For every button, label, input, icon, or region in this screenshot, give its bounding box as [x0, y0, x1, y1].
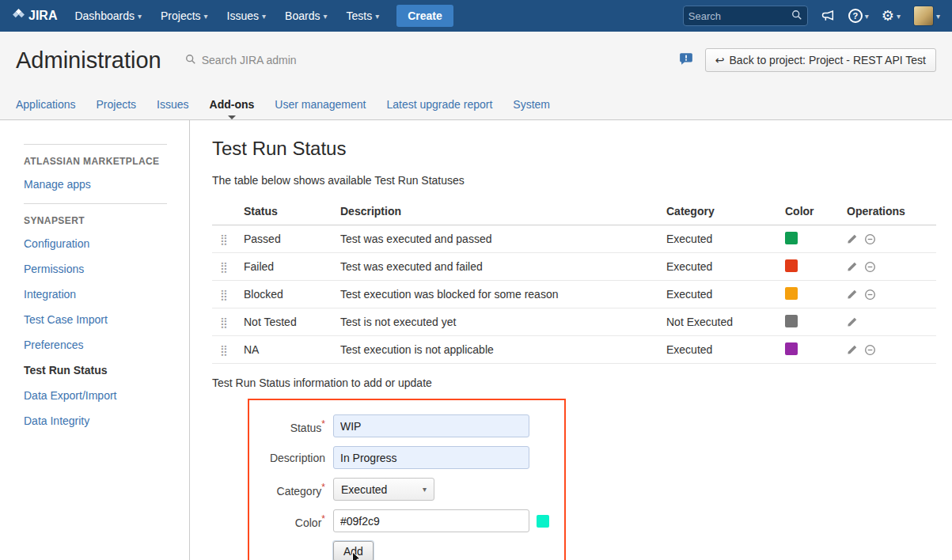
- tab-latest-upgrade-report[interactable]: Latest upgrade report: [386, 89, 492, 119]
- sidebar-item-integration[interactable]: Integration: [24, 288, 167, 301]
- search-icon: [185, 54, 196, 67]
- menu-boards[interactable]: Boards▾: [285, 9, 327, 22]
- jira-brand-label: JIRA: [28, 9, 57, 23]
- chevron-down-icon: ▾: [262, 12, 266, 21]
- edit-icon[interactable]: [847, 289, 858, 300]
- required-mark: *: [321, 418, 325, 429]
- add-button[interactable]: Add: [333, 541, 374, 560]
- jira-logo-icon: [12, 8, 25, 25]
- announcement-icon[interactable]: [821, 9, 836, 23]
- admin-tabs: Applications Projects Issues Add-ons Use…: [0, 89, 952, 120]
- color-preview-swatch[interactable]: [537, 515, 549, 528]
- description-cell: Test was executed and passed: [340, 233, 666, 245]
- sidebar-item-configuration[interactable]: Configuration: [24, 237, 167, 250]
- description-cell: Test was executed and failed: [340, 260, 666, 273]
- settings-menu[interactable]: ⚙ ▾: [882, 9, 901, 23]
- color-field-label: Color*: [249, 513, 325, 529]
- required-mark: *: [321, 482, 325, 493]
- drag-handle-icon[interactable]: ⣿: [212, 316, 244, 328]
- drag-handle-icon[interactable]: ⣿: [212, 261, 244, 273]
- back-to-project-button[interactable]: ↩ Back to project: Project - REST API Te…: [705, 48, 936, 72]
- table-row: ⣿ NA Test execution is not applicable Ex…: [212, 336, 936, 364]
- table-row: ⣿ Not Tested Test is not executed yet No…: [212, 308, 936, 336]
- sidebar-section-marketplace: ATLASSIAN MARKETPLACE Manage apps: [24, 144, 167, 191]
- global-search[interactable]: [683, 6, 808, 26]
- create-button[interactable]: Create: [396, 5, 453, 27]
- user-menu[interactable]: ▾: [913, 6, 940, 26]
- color-swatch: [785, 232, 798, 244]
- chevron-down-icon: ▾: [204, 12, 208, 21]
- sidebar-item-manage-apps[interactable]: Manage apps: [24, 178, 167, 191]
- category-field-label: Category*: [249, 482, 325, 498]
- status-cell: Failed: [244, 260, 340, 273]
- chevron-down-icon: ▾: [936, 12, 940, 21]
- back-arrow-icon: ↩: [715, 54, 725, 66]
- sidebar-item-test-run-status[interactable]: Test Run Status: [24, 364, 167, 376]
- menu-issues[interactable]: Issues▾: [227, 9, 267, 22]
- category-selected-value: Executed: [341, 483, 387, 496]
- remove-icon[interactable]: [864, 233, 876, 245]
- color-swatch: [785, 315, 798, 327]
- menu-dashboards[interactable]: Dashboards▾: [74, 9, 142, 22]
- help-icon: ?: [848, 9, 863, 23]
- drag-handle-icon[interactable]: ⣿: [212, 289, 244, 301]
- sidebar-item-test-case-import[interactable]: Test Case Import: [24, 313, 167, 326]
- chevron-down-icon: ▾: [375, 12, 379, 21]
- drag-handle-icon[interactable]: ⣿: [212, 344, 244, 356]
- sidebar-item-preferences[interactable]: Preferences: [24, 339, 167, 351]
- remove-icon[interactable]: [864, 261, 876, 273]
- page-title: Administration: [16, 47, 161, 74]
- category-cell: Executed: [666, 260, 785, 273]
- chevron-down-icon: ▾: [897, 12, 901, 21]
- tab-applications[interactable]: Applications: [16, 89, 76, 119]
- admin-search-input[interactable]: [202, 54, 344, 66]
- feedback-icon[interactable]: [678, 52, 694, 69]
- sidebar-item-permissions[interactable]: Permissions: [24, 263, 167, 275]
- table-intro-text: The table below shows available Test Run…: [212, 174, 936, 187]
- tab-projects[interactable]: Projects: [97, 89, 137, 119]
- tab-issues[interactable]: Issues: [157, 89, 188, 119]
- color-swatch: [785, 259, 798, 272]
- sidebar-item-data-integrity[interactable]: Data Integrity: [24, 414, 167, 427]
- admin-sidebar: ATLASSIAN MARKETPLACE Manage apps SYNAPS…: [0, 120, 190, 560]
- remove-icon[interactable]: [864, 289, 876, 301]
- sidebar-item-data-export-import[interactable]: Data Export/Import: [24, 389, 167, 402]
- edit-icon[interactable]: [847, 261, 858, 272]
- status-cell: Blocked: [244, 288, 340, 301]
- description-field-label: Description: [249, 452, 325, 464]
- edit-icon[interactable]: [847, 316, 858, 327]
- col-header-operations: Operations: [847, 205, 926, 218]
- status-cell: Passed: [244, 233, 340, 245]
- admin-search[interactable]: [185, 54, 344, 67]
- color-swatch: [785, 342, 798, 355]
- status-input[interactable]: [333, 414, 529, 437]
- edit-icon[interactable]: [847, 344, 858, 355]
- tab-add-ons[interactable]: Add-ons: [210, 89, 255, 119]
- admin-header: Administration ↩ Back to project: Projec…: [0, 32, 952, 89]
- category-cell: Executed: [666, 233, 785, 245]
- avatar: [913, 6, 934, 26]
- category-select[interactable]: Executed ▾: [333, 478, 434, 501]
- menu-tests[interactable]: Tests▾: [346, 9, 379, 22]
- remove-icon[interactable]: [864, 344, 876, 356]
- edit-icon[interactable]: [847, 233, 858, 244]
- gear-icon: ⚙: [882, 9, 894, 23]
- description-cell: Test is not executed yet: [340, 316, 666, 328]
- menu-projects[interactable]: Projects▾: [161, 9, 208, 22]
- help-menu[interactable]: ? ▾: [848, 9, 869, 23]
- top-navigation-bar: JIRA Dashboards▾ Projects▾ Issues▾ Board…: [0, 0, 952, 32]
- col-header-description: Description: [340, 205, 666, 218]
- search-icon[interactable]: [791, 9, 802, 23]
- table-row: ⣿ Passed Test was executed and passed Ex…: [212, 225, 936, 253]
- jira-brand[interactable]: JIRA: [12, 8, 57, 25]
- description-input[interactable]: [333, 446, 529, 469]
- drag-handle-icon[interactable]: ⣿: [212, 233, 244, 245]
- topbar-icons: ? ▾ ⚙ ▾ ▾: [821, 6, 940, 26]
- category-cell: Not Executed: [666, 316, 785, 328]
- global-search-input[interactable]: [688, 10, 791, 22]
- col-header-color: Color: [785, 205, 847, 218]
- color-input[interactable]: [333, 509, 529, 532]
- tab-system[interactable]: System: [513, 89, 550, 119]
- top-menu: Dashboards▾ Projects▾ Issues▾ Boards▾ Te…: [74, 9, 379, 22]
- tab-user-management[interactable]: User management: [275, 89, 366, 119]
